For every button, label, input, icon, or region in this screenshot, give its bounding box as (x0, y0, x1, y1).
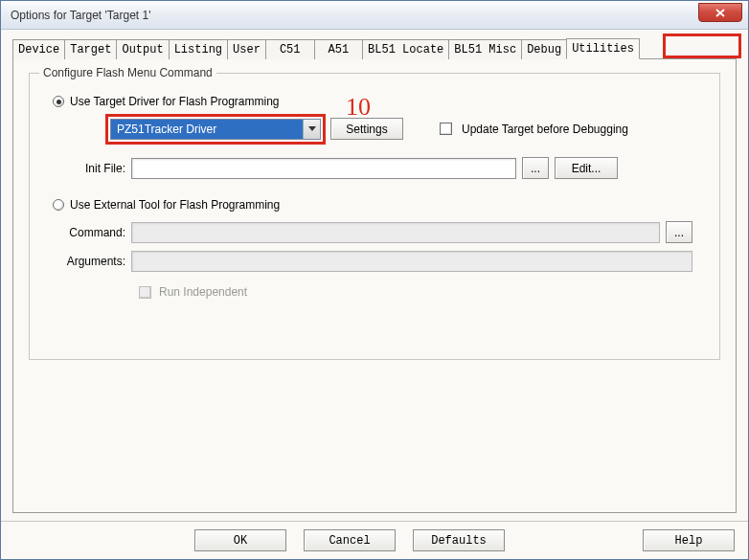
close-icon (715, 9, 725, 17)
tab-debug[interactable]: Debug (521, 39, 567, 59)
titlebar[interactable]: Options for Target 'Target 1' (1, 1, 748, 30)
checkbox-update-target-label: Update Target before Debugging (462, 123, 628, 136)
group-flash-command: Configure Flash Menu Command Use Target … (29, 73, 720, 360)
tab-device[interactable]: Device (12, 39, 65, 59)
arguments-label: Arguments: (57, 255, 125, 268)
arguments-input[interactable] (131, 251, 692, 272)
tab-bar: Device Target Output Listing User C51 A5… (12, 37, 737, 58)
tab-bl51-misc[interactable]: BL51 Misc (448, 39, 522, 59)
radio-target-driver-row: Use Target Driver for Flash Programming (53, 95, 702, 108)
driver-combobox-text: PZ51Tracker Driver (111, 120, 303, 139)
annotation-box-utilities (663, 34, 741, 58)
arguments-row: Arguments: (57, 251, 702, 272)
tab-utilities[interactable]: Utilities (566, 38, 640, 59)
checkbox-run-independent (139, 286, 151, 299)
command-input[interactable] (131, 222, 660, 243)
run-independent-row: Run Independent (139, 285, 702, 299)
init-file-label: Init File: (79, 162, 125, 175)
driver-combobox-button[interactable] (303, 120, 320, 139)
tab-output[interactable]: Output (116, 39, 169, 59)
driver-combo-wrap: PZ51Tracker Driver (110, 119, 321, 140)
radio-use-external-tool-label: Use External Tool for Flash Programming (70, 198, 280, 212)
checkbox-update-target[interactable] (440, 123, 452, 135)
tab-user[interactable]: User (227, 39, 266, 59)
cancel-button[interactable]: Cancel (304, 529, 396, 551)
init-file-edit-button[interactable]: Edit... (555, 157, 618, 179)
command-row: Command: ... (57, 221, 702, 243)
tab-panel: Configure Flash Menu Command Use Target … (12, 58, 737, 513)
tab-bl51-locate[interactable]: BL51 Locate (362, 39, 449, 59)
client-area: Device Target Output Listing User C51 A5… (1, 30, 748, 521)
radio-external-row: Use External Tool for Flash Programming (53, 198, 702, 212)
chevron-down-icon (308, 126, 316, 132)
radio-use-target-driver-label: Use Target Driver for Flash Programming (70, 95, 280, 108)
close-button[interactable] (698, 3, 742, 22)
annotation-number: 10 (346, 93, 371, 122)
init-file-input[interactable] (131, 158, 516, 179)
tab-c51[interactable]: C51 (265, 39, 315, 59)
tab-target[interactable]: Target (64, 39, 117, 59)
radio-use-external-tool[interactable] (53, 199, 64, 211)
init-file-row: Init File: ... Edit... (79, 157, 702, 179)
init-file-browse-button[interactable]: ... (522, 157, 549, 179)
defaults-button[interactable]: Defaults (413, 529, 505, 551)
help-button[interactable]: Help (643, 529, 735, 551)
window-title: Options for Target 'Target 1' (11, 9, 150, 22)
checkbox-run-independent-label: Run Independent (159, 285, 247, 299)
tab-listing[interactable]: Listing (169, 39, 228, 59)
group-title: Configure Flash Menu Command (39, 66, 216, 79)
external-section: Use External Tool for Flash Programming … (47, 198, 702, 299)
dialog-button-bar: OK Cancel Defaults Help (1, 521, 748, 559)
driver-combobox[interactable]: PZ51Tracker Driver (110, 119, 321, 140)
driver-row: 10 PZ51Tracker Driver Settings Updat (110, 118, 702, 140)
ok-button[interactable]: OK (194, 529, 286, 551)
radio-use-target-driver[interactable] (53, 96, 64, 107)
tab-a51[interactable]: A51 (314, 39, 364, 59)
options-dialog: Options for Target 'Target 1' Device Tar… (0, 0, 749, 560)
command-browse-button[interactable]: ... (666, 221, 692, 243)
command-label: Command: (57, 226, 125, 239)
